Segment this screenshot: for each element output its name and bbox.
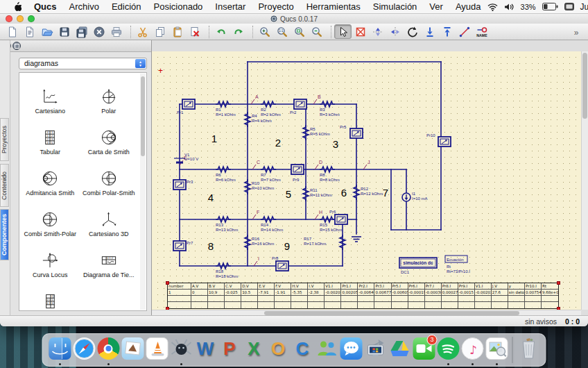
component-item-carta-de-smith[interactable]: Carta de Smith	[80, 117, 139, 158]
menu-posicionado[interactable]: Posicionado	[148, 0, 209, 14]
menu-edici-n[interactable]: Edición	[105, 0, 148, 14]
resistor-R17[interactable]: R17R=17 kOhm	[304, 235, 345, 250]
component-item-diagrama-de-tie-[interactable]: 0 1 2Diagrama de Tie...	[80, 240, 139, 281]
insert-wire-label-button[interactable]: NAME	[473, 24, 490, 39]
mirror-about-y-button[interactable]	[386, 24, 404, 39]
rotate-button[interactable]	[404, 24, 421, 39]
node-label-J[interactable]: J	[363, 160, 370, 169]
mesh-number-2[interactable]: 2	[275, 137, 281, 149]
zoom-in-button[interactable]	[256, 24, 273, 39]
undo-button[interactable]	[212, 24, 230, 39]
component-item-cartesiano[interactable]: Cartesiano	[21, 76, 80, 117]
minimize-window-button[interactable]	[17, 15, 24, 22]
save-button[interactable]	[55, 24, 73, 39]
sidebar-tab-proyectos[interactable]: Proyectos	[0, 118, 9, 161]
mesh-number-9[interactable]: 9	[284, 240, 290, 252]
dock-remote-desktop-icon[interactable]	[363, 335, 388, 365]
node-label-H[interactable]: H	[315, 210, 322, 219]
dock-safari-icon[interactable]	[72, 335, 96, 365]
dock-trash-icon[interactable]	[517, 335, 541, 365]
mesh-number-6[interactable]: 6	[341, 187, 347, 199]
menu-qucs[interactable]: Qucs	[28, 0, 63, 14]
schematic-canvas[interactable]: R1R=1 kOhmR2R=2 kOhmR3R=3 kOhmR4R=4 kOhm…	[152, 51, 581, 310]
probe-Pr10[interactable]: Pr10	[426, 133, 451, 147]
redo-button[interactable]	[230, 24, 247, 39]
dock-spider-app-icon[interactable]	[169, 335, 193, 365]
dock-spotify-icon[interactable]	[436, 335, 460, 365]
dock-messenger-icon[interactable]	[315, 335, 339, 365]
select-pointer-button[interactable]	[334, 24, 352, 39]
wires[interactable]	[180, 62, 441, 266]
component-item-cartesiano-3d[interactable]: Cartesiano 3D	[80, 199, 139, 240]
dock-itunes-icon[interactable]: ♪	[460, 335, 485, 365]
zoom-1-1-button[interactable]: 1:1	[273, 24, 291, 39]
dock-powerpoint-icon[interactable]: P	[218, 335, 242, 365]
battery-icon[interactable]	[542, 3, 558, 10]
probe-Pr2[interactable]: Pr2	[290, 99, 306, 115]
menu-simulaci-n[interactable]: Simulación	[367, 0, 424, 14]
probe-Pr5[interactable]: Pr5	[340, 125, 363, 138]
dock-vlc-icon[interactable]	[145, 335, 169, 365]
dock-facetime-icon[interactable]: 3	[412, 335, 436, 365]
mesh-number-7[interactable]: 7	[383, 187, 388, 199]
component-item-combi-polar-smith[interactable]: Combi Polar-Smith	[80, 158, 139, 199]
deactivate-component-button[interactable]	[352, 24, 369, 39]
menu-herramientas[interactable]: Herramientas	[300, 0, 367, 14]
toolbar-overflow-button[interactable]: »	[567, 24, 585, 39]
save-all-button[interactable]	[73, 24, 90, 39]
component-item-combi-smith-polar[interactable]: Combi Smith-Polar	[21, 199, 80, 240]
paste-button[interactable]	[168, 24, 186, 39]
sidebar-tab-componentes[interactable]: Componentes	[0, 209, 9, 260]
dock-messages-icon[interactable]	[339, 335, 363, 365]
dock-google-drive-icon[interactable]	[388, 335, 412, 365]
mesh-number-3[interactable]: 3	[333, 138, 338, 150]
menubar-clock[interactable]: Jue 16:14	[580, 2, 588, 12]
mesh-number-1[interactable]: 1	[211, 133, 217, 144]
select-stepper-icon[interactable]: ▲▼	[135, 59, 146, 68]
node-label-C[interactable]: C	[252, 160, 260, 169]
result-table[interactable]: numberA.VB.VC.VD.VE.VF.VH.VI.VV1.IPr1.IP…	[167, 283, 559, 309]
push-into-subcircuit-button[interactable]	[421, 24, 438, 39]
dock-mail-icon[interactable]	[121, 335, 145, 365]
zoom-fit-button[interactable]	[291, 24, 308, 39]
dock-finder-icon[interactable]	[48, 335, 72, 365]
close-window-button[interactable]	[6, 15, 12, 22]
zoom-out-button[interactable]	[308, 24, 325, 39]
sidebar-scrollbar[interactable]	[140, 74, 146, 310]
menu-proyecto[interactable]: Proyecto	[252, 0, 300, 14]
dock-outlook-icon[interactable]: O	[266, 335, 291, 365]
resistor-R12[interactable]: R12R=12 kOhm	[354, 185, 383, 200]
zoom-window-button[interactable]	[28, 15, 35, 22]
menu-archivo[interactable]: Archivo	[63, 0, 105, 14]
resistor-R16[interactable]: R16R=16 kOhm	[245, 235, 274, 250]
close-button[interactable]	[90, 24, 107, 39]
apple-menu-icon[interactable]	[7, 1, 28, 12]
table-handle[interactable]	[166, 281, 169, 285]
panel-float-button[interactable]	[12, 42, 21, 50]
component-item-polar[interactable]: Polar	[80, 76, 139, 117]
table-handle[interactable]	[557, 281, 560, 285]
menu-ayuda[interactable]: Ayuda	[449, 0, 487, 14]
mesh-number-4[interactable]: 4	[208, 192, 214, 203]
dock-communicator-icon[interactable]: C	[291, 335, 315, 365]
node-label-I[interactable]: I	[254, 256, 259, 266]
dock-chrome-icon[interactable]	[96, 335, 121, 365]
dock-photos-icon[interactable]	[485, 335, 509, 365]
dc-simulation-box[interactable]: simulación dcDC1	[399, 258, 437, 274]
vertical-scrollbar[interactable]	[581, 51, 588, 310]
insert-wire-button[interactable]	[456, 24, 473, 39]
node-label-B[interactable]: B	[313, 94, 321, 104]
resistor-R11[interactable]: R11R=11 kOhm	[303, 186, 332, 201]
equation-box[interactable]: EcuaciónRtRt=73/Pr10.I	[445, 256, 470, 274]
delete-button[interactable]	[186, 24, 203, 39]
probe-Pr8[interactable]: Pr8	[272, 256, 288, 271]
new-schematic-button[interactable]	[3, 24, 21, 39]
current-source-I1[interactable]: I1I=10 mA	[402, 192, 428, 201]
mirror-about-x-button[interactable]	[369, 24, 386, 39]
node-label-D[interactable]: D	[315, 160, 322, 169]
sidebar-tab-contenido[interactable]: Contenido	[0, 164, 9, 207]
dock-excel-icon[interactable]: X	[242, 335, 266, 365]
menu-insertar[interactable]: Insertar	[209, 0, 252, 14]
node-label-F[interactable]: F	[252, 210, 259, 219]
resistor-R5[interactable]: R5R=5 kOhm	[303, 125, 330, 140]
